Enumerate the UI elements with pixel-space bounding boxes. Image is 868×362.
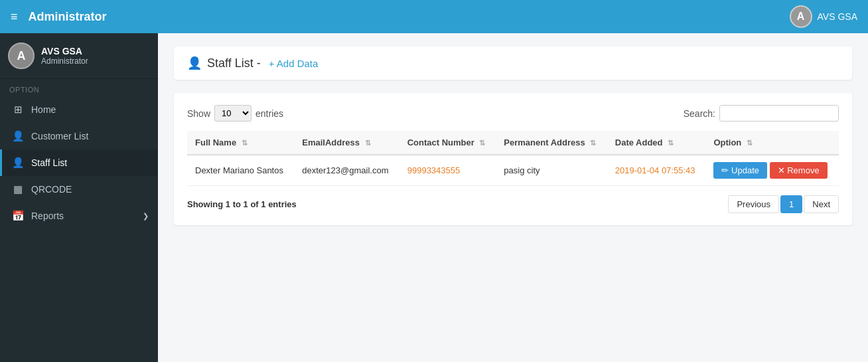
sidebar-user-role: Administrator [41,56,88,66]
col-contact[interactable]: Contact Number ⇅ [399,131,496,155]
page-header: 👤 Staff List - + Add Data [174,46,852,80]
sidebar-user-name: AVS GSA [41,46,88,56]
col-option[interactable]: Option ⇅ [705,131,839,155]
search-box: Search: [684,105,839,122]
sidebar-item-label: Reports [31,211,64,221]
table-row: Dexter Mariano Santos dexter123@gmail.co… [187,155,839,186]
col-address[interactable]: Permanent Address ⇅ [496,131,607,155]
table-controls: Show 10 25 50 100 entries Search: [187,105,839,122]
sidebar-item-home[interactable]: ⊞ Home [0,96,158,123]
next-button[interactable]: Next [804,195,839,213]
entries-label: entries [255,108,283,119]
sidebar-item-label: Home [31,104,56,115]
home-icon: ⊞ [11,104,25,116]
sidebar-item-qrcode[interactable]: ▦ QRCODE [0,176,158,203]
qrcode-icon: ▦ [11,183,25,195]
cell-date-added: 2019-01-04 07:55:43 [607,155,706,186]
sidebar-user-info: AVS GSA Administrator [41,46,88,66]
cell-full-name: Dexter Mariano Santos [187,155,294,186]
show-label: Show [187,108,210,119]
col-date-added[interactable]: Date Added ⇅ [607,131,706,155]
cell-option: ✏ Update ✕ Remove [705,155,839,186]
sort-icon: ⇅ [668,139,674,147]
sort-icon: ⇅ [365,139,371,147]
sidebar-item-reports[interactable]: 📅 Reports ❯ [0,203,158,229]
navbar-left: ≡ Administrator [11,10,107,24]
main-layout: A AVS GSA Administrator Option ⊞ Home 👤 … [0,33,868,362]
table-header-row: Full Name ⇅ EmailAddress ⇅ Contact Numbe… [187,131,839,155]
update-button[interactable]: ✏ Update [713,162,767,179]
navbar-username: AVS GSA [818,11,857,22]
previous-button[interactable]: Previous [728,195,779,213]
cell-email: dexter123@gmail.com [294,155,399,186]
sort-icon: ⇅ [590,139,596,147]
of-text: of [250,199,261,209]
staff-list-card: Show 10 25 50 100 entries Search: [174,93,852,225]
sidebar-item-staff-list[interactable]: 👤 Staff List [0,149,158,176]
navbar-right: A AVS GSA [790,5,857,28]
table-footer: Showing 1 to 1 of 1 entries Previous 1 N… [187,195,839,213]
customer-list-icon: 👤 [11,130,25,142]
menu-toggle[interactable]: ≡ [11,10,18,24]
col-email[interactable]: EmailAddress ⇅ [294,131,399,155]
entries-select[interactable]: 10 25 50 100 [214,105,252,122]
sidebar-item-label: QRCODE [31,184,72,195]
sort-icon: ⇅ [242,139,248,147]
staff-table: Full Name ⇅ EmailAddress ⇅ Contact Numbe… [187,131,839,186]
sidebar-user: A AVS GSA Administrator [0,33,158,79]
sidebar-avatar: A [8,43,35,69]
staff-list-icon: 👤 [11,157,25,169]
page-header-icon: 👤 [187,56,202,70]
cell-address: pasig city [496,155,607,186]
search-input[interactable] [719,105,839,122]
showing-info: Showing 1 to 1 of 1 entries [187,199,297,209]
main-content: 👤 Staff List - + Add Data Show 10 25 50 … [158,33,868,362]
showing-text: Showing [187,199,226,209]
range-start: 1 [226,199,230,209]
add-data-link[interactable]: + Add Data [269,58,319,69]
page-1-button[interactable]: 1 [780,195,802,213]
to-text: to [233,199,244,209]
sort-icon: ⇅ [747,139,753,147]
page-title: Staff List - [207,56,261,70]
pagination: Previous 1 Next [728,195,839,213]
remove-button[interactable]: ✕ Remove [770,162,828,179]
sort-icon: ⇅ [479,139,485,147]
total-count: 1 [261,199,265,209]
sidebar: A AVS GSA Administrator Option ⊞ Home 👤 … [0,33,158,362]
col-full-name[interactable]: Full Name ⇅ [187,131,294,155]
search-label: Search: [684,108,715,119]
range-end: 1 [244,199,248,209]
cell-contact: 99993343555 [399,155,496,186]
sidebar-item-customer-list[interactable]: 👤 Customer List [0,123,158,149]
avatar: A [790,5,812,28]
entries-suffix: entries [268,199,297,209]
sidebar-item-label: Staff List [31,157,67,168]
sidebar-item-label: Customer List [31,131,88,141]
navbar-brand: Administrator [29,10,107,24]
navbar: ≡ Administrator A AVS GSA [0,0,868,33]
reports-icon: 📅 [11,210,25,222]
sidebar-section-label: Option [0,79,158,96]
show-entries: Show 10 25 50 100 entries [187,105,283,122]
chevron-right-icon: ❯ [143,212,149,221]
